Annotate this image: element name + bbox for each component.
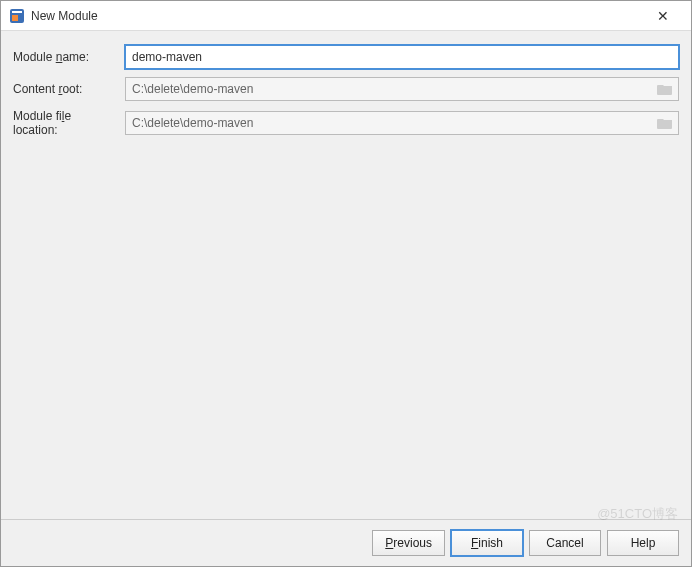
module-name-label: Module name: [13, 50, 125, 64]
form-area: Module name: Content root: Module file l… [1, 31, 691, 159]
window-title: New Module [31, 9, 643, 23]
row-module-file-location: Module file location: [13, 109, 679, 137]
row-module-name: Module name: [13, 45, 679, 69]
cancel-button[interactable]: Cancel [529, 530, 601, 556]
folder-icon[interactable] [657, 82, 673, 96]
finish-button[interactable]: Finish [451, 530, 523, 556]
button-bar: Previous Finish Cancel Help [1, 519, 691, 566]
previous-button[interactable]: Previous [372, 530, 445, 556]
app-icon [9, 8, 25, 24]
folder-icon[interactable] [657, 116, 673, 130]
svg-rect-1 [12, 11, 22, 13]
content-root-label: Content root: [13, 82, 125, 96]
content-spacer [1, 159, 691, 519]
titlebar: New Module ✕ [1, 1, 691, 31]
help-button[interactable]: Help [607, 530, 679, 556]
module-file-location-input[interactable] [125, 111, 679, 135]
svg-rect-2 [12, 15, 18, 21]
row-content-root: Content root: [13, 77, 679, 101]
module-name-input[interactable] [125, 45, 679, 69]
close-icon[interactable]: ✕ [643, 1, 683, 30]
content-root-input[interactable] [125, 77, 679, 101]
module-file-location-label: Module file location: [13, 109, 125, 137]
new-module-dialog: New Module ✕ Module name: Content root: … [0, 0, 692, 567]
